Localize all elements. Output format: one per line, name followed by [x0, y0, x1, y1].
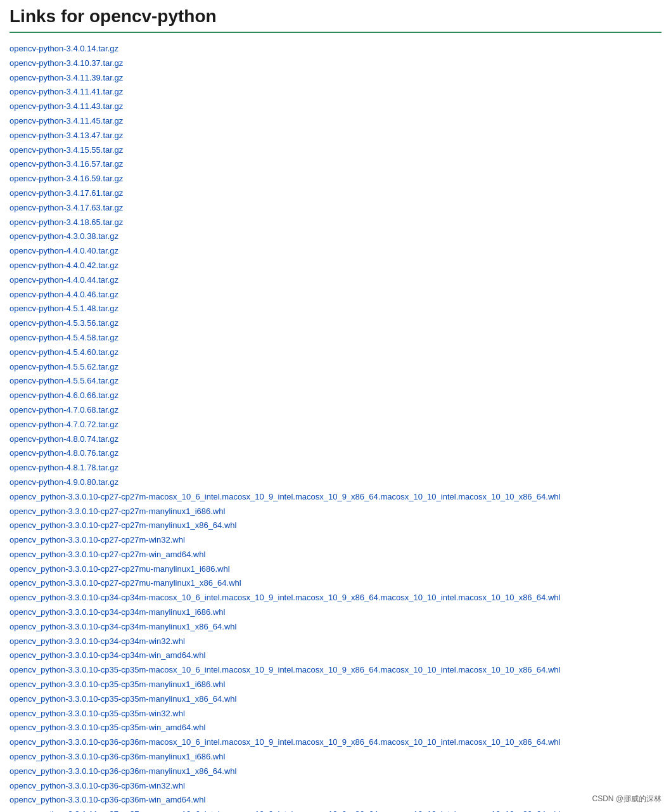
package-link[interactable]: opencv-python-3.4.17.61.tar.gz [10, 187, 661, 200]
package-link[interactable]: opencv-python-4.9.0.80.tar.gz [10, 476, 661, 489]
package-link[interactable]: opencv-python-3.4.10.37.tar.gz [10, 57, 661, 70]
package-link[interactable]: opencv-python-4.5.5.62.tar.gz [10, 361, 661, 374]
package-link[interactable]: opencv-python-3.4.11.43.tar.gz [10, 100, 661, 113]
package-link[interactable]: opencv_python-3.3.1.11-cp27-cp27m-macosx… [10, 808, 661, 812]
package-link[interactable]: opencv-python-3.4.17.63.tar.gz [10, 202, 661, 215]
package-link[interactable]: opencv-python-4.5.3.56.tar.gz [10, 317, 661, 330]
package-link[interactable]: opencv-python-4.6.0.66.tar.gz [10, 389, 661, 403]
package-link[interactable]: opencv-python-4.4.0.42.tar.gz [10, 259, 661, 273]
package-link[interactable]: opencv_python-3.3.0.10-cp36-cp36m-win32.… [10, 780, 661, 793]
package-link[interactable]: opencv-python-3.4.15.55.tar.gz [10, 144, 661, 157]
package-link[interactable]: opencv_python-3.3.0.10-cp35-cp35m-manyli… [10, 693, 661, 706]
package-link[interactable]: opencv-python-4.5.5.64.tar.gz [10, 375, 661, 388]
package-link[interactable]: opencv_python-3.3.0.10-cp34-cp34m-manyli… [10, 621, 661, 634]
package-link[interactable]: opencv_python-3.3.0.10-cp36-cp36m-manyli… [10, 765, 661, 778]
package-link[interactable]: opencv_python-3.3.0.10-cp36-cp36m-manyli… [10, 751, 661, 764]
package-link[interactable]: opencv-python-4.5.4.58.tar.gz [10, 332, 661, 345]
package-link[interactable]: opencv-python-3.4.16.57.tar.gz [10, 158, 661, 171]
package-link[interactable]: opencv-python-4.4.0.44.tar.gz [10, 274, 661, 287]
package-link[interactable]: opencv_python-3.3.0.10-cp35-cp35m-manyli… [10, 678, 661, 692]
package-link[interactable]: opencv_python-3.3.0.10-cp34-cp34m-manyli… [10, 606, 661, 619]
package-link[interactable]: opencv-python-4.5.1.48.tar.gz [10, 302, 661, 316]
package-link[interactable]: opencv-python-4.8.0.74.tar.gz [10, 433, 661, 446]
package-link[interactable]: opencv_python-3.3.0.10-cp35-cp35m-win32.… [10, 707, 661, 721]
package-link[interactable]: opencv-python-4.4.0.40.tar.gz [10, 245, 661, 258]
package-link[interactable]: opencv_python-3.3.0.10-cp35-cp35m-win_am… [10, 721, 661, 735]
package-link[interactable]: opencv-python-3.4.11.41.tar.gz [10, 86, 661, 99]
package-link[interactable]: opencv-python-4.7.0.72.tar.gz [10, 418, 661, 432]
package-link[interactable]: opencv-python-3.4.11.39.tar.gz [10, 72, 661, 85]
package-link[interactable]: opencv-python-4.8.1.78.tar.gz [10, 461, 661, 475]
package-link[interactable]: opencv_python-3.3.0.10-cp27-cp27mu-manyl… [10, 577, 661, 590]
package-link[interactable]: opencv_python-3.3.0.10-cp34-cp34m-win_am… [10, 649, 661, 662]
package-link[interactable]: opencv-python-4.5.4.60.tar.gz [10, 346, 661, 359]
package-link[interactable]: opencv-python-3.4.13.47.tar.gz [10, 129, 661, 143]
package-link[interactable]: opencv_python-3.3.0.10-cp27-cp27mu-manyl… [10, 563, 661, 576]
package-link[interactable]: opencv-python-4.7.0.68.tar.gz [10, 404, 661, 417]
package-link[interactable]: opencv_python-3.3.0.10-cp36-cp36m-win_am… [10, 794, 661, 807]
package-link[interactable]: opencv-python-4.8.0.76.tar.gz [10, 447, 661, 460]
package-link[interactable]: opencv_python-3.3.0.10-cp27-cp27m-manyli… [10, 505, 661, 519]
package-link[interactable]: opencv_python-3.3.0.10-cp27-cp27m-manyli… [10, 519, 661, 532]
package-link[interactable]: opencv-python-3.4.0.14.tar.gz [10, 42, 661, 56]
page-title: Links for opencv-python [10, 6, 661, 33]
package-link[interactable]: opencv_python-3.3.0.10-cp27-cp27m-macosx… [10, 491, 661, 504]
package-link[interactable]: opencv-python-4.3.0.38.tar.gz [10, 230, 661, 243]
package-link[interactable]: opencv_python-3.3.0.10-cp27-cp27m-win_am… [10, 548, 661, 562]
package-link[interactable]: opencv-python-3.4.11.45.tar.gz [10, 115, 661, 128]
links-list: opencv-python-3.4.0.14.tar.gzopencv-pyth… [10, 42, 661, 812]
package-link[interactable]: opencv_python-3.3.0.10-cp34-cp34m-macosx… [10, 591, 661, 605]
package-link[interactable]: opencv_python-3.3.0.10-cp36-cp36m-macosx… [10, 736, 661, 749]
package-link[interactable]: opencv-python-3.4.16.59.tar.gz [10, 172, 661, 186]
package-link[interactable]: opencv_python-3.3.0.10-cp35-cp35m-macosx… [10, 664, 661, 677]
package-link[interactable]: opencv_python-3.3.0.10-cp34-cp34m-win32.… [10, 635, 661, 648]
package-link[interactable]: opencv-python-4.4.0.46.tar.gz [10, 288, 661, 302]
package-link[interactable]: opencv-python-3.4.18.65.tar.gz [10, 216, 661, 229]
watermark-text: CSDN @挪威的深林 [589, 792, 665, 806]
package-link[interactable]: opencv_python-3.3.0.10-cp27-cp27m-win32.… [10, 534, 661, 547]
